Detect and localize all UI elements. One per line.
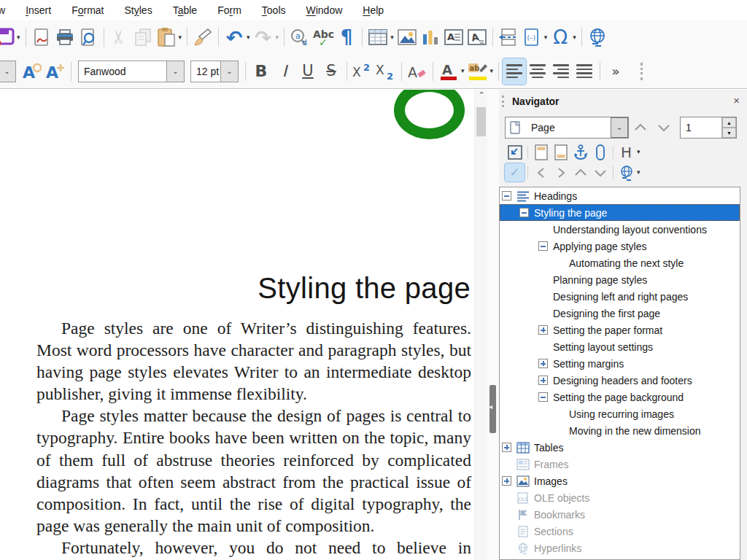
alignright-icon[interactable] (549, 58, 573, 85)
toolbar-grip-icon[interactable] (627, 58, 651, 85)
menu-table[interactable]: Table (163, 1, 207, 20)
font-size-select[interactable]: 12 pt⌄ (190, 61, 239, 82)
redo-dropdown-icon[interactable]: ▾ (276, 34, 279, 41)
clone-icon[interactable] (191, 24, 214, 50)
paste-icon[interactable] (155, 24, 178, 50)
dragglobe-icon[interactable] (616, 163, 636, 182)
field-icon[interactable]: (–) (520, 24, 543, 50)
splitter-handle[interactable] (489, 385, 496, 433)
header-icon[interactable] (531, 143, 551, 161)
print-icon[interactable] (53, 24, 77, 50)
globe-icon[interactable] (586, 24, 609, 50)
alignjustify-icon[interactable] (573, 58, 596, 85)
tree-item-designing-left-and-right-pages[interactable]: Designing left and right pages (500, 288, 740, 305)
tree-item-setting-layout-settings[interactable]: Setting layout settings (500, 338, 740, 355)
tree-item-applying-page-styles[interactable]: Applying page styles (500, 238, 740, 254)
tree-item-partial[interactable] (500, 556, 740, 560)
master-icon[interactable] (505, 143, 525, 161)
field-dropdown-icon[interactable]: ▾ (544, 34, 548, 41)
strike-icon[interactable]: S (320, 58, 343, 85)
tree-item-hyperlinks[interactable]: Hyperlinks (500, 540, 740, 556)
copy-icon[interactable] (131, 24, 155, 50)
menu-window[interactable]: Window (296, 1, 353, 20)
table-dropdown-icon[interactable]: ▾ (390, 34, 394, 41)
spell-icon[interactable]: Abc✓ (311, 24, 335, 50)
chevright-icon[interactable] (551, 163, 570, 182)
redo-icon[interactable]: ↷ (252, 24, 275, 50)
hlevel-dropdown-icon[interactable]: ▾ (637, 149, 640, 155)
footer-icon[interactable] (551, 143, 570, 161)
document-canvas[interactable]: Styling the page Page styles are one of … (0, 90, 474, 560)
sub-icon[interactable]: X2 (374, 58, 398, 85)
tree-item-frames[interactable]: Frames (500, 456, 740, 472)
clear-icon[interactable]: A (406, 58, 429, 85)
menu-help[interactable]: Help (352, 1, 394, 20)
reminder-icon[interactable] (590, 143, 610, 161)
page-number-spinner[interactable]: 1 ▲ ▼ (680, 117, 737, 139)
undo-dropdown-icon[interactable]: ▾ (247, 34, 250, 41)
document-scrollbar[interactable]: ⌃ (474, 90, 487, 560)
expand-icon[interactable] (538, 376, 548, 385)
pagebreak-icon[interactable] (497, 24, 520, 50)
scroll-up-icon[interactable]: ⌃ (475, 91, 488, 103)
sup-icon[interactable]: X2 (351, 58, 374, 85)
paste-dropdown-icon[interactable]: ▾ (179, 34, 182, 41)
tree-item-ole-objects[interactable]: OLEOLE objects (500, 489, 740, 506)
next-page-button[interactable] (652, 117, 676, 139)
collapse-icon[interactable] (519, 208, 529, 217)
hlevel-icon[interactable]: H (616, 143, 636, 161)
draw-icon[interactable]: A (465, 24, 489, 50)
anchor-icon[interactable] (570, 143, 590, 161)
tree-item-headings[interactable]: Headings (500, 187, 740, 204)
tree-item-sections[interactable]: Sections (500, 523, 740, 540)
tree-item-styling-the-page[interactable]: Styling the page (500, 204, 740, 221)
check-icon[interactable]: ✓ (505, 163, 525, 182)
italic-icon[interactable]: I (273, 58, 296, 85)
omega-icon[interactable]: Ω (549, 24, 572, 50)
spin-up-icon[interactable]: ▲ (722, 117, 736, 128)
menu-styles[interactable]: Styles (115, 1, 163, 20)
paragraph-style-select[interactable]: ⌄ (0, 61, 16, 82)
chart-icon[interactable] (419, 24, 442, 50)
tree-item-setting-the-page-background[interactable]: Setting the page background (500, 389, 740, 405)
navigate-by-select[interactable]: Page ⌄ (505, 117, 629, 139)
toolbar-overflow-button[interactable]: » (604, 58, 627, 85)
tree-item-setting-margins[interactable]: Setting margins (500, 355, 740, 372)
tree-item-automating-the-next-style[interactable]: Automating the next style (500, 254, 740, 271)
spin-down-icon[interactable]: ▼ (722, 128, 736, 138)
menu-w[interactable]: w (0, 1, 15, 20)
tree-item-images[interactable]: Images (500, 472, 740, 489)
expand-icon[interactable] (538, 359, 548, 368)
undo-icon[interactable]: ↶ (222, 24, 246, 50)
underline-icon[interactable]: U (296, 58, 320, 85)
highlight-icon[interactable]: ab (466, 58, 489, 85)
pdf-icon[interactable] (30, 24, 53, 50)
tree-item-tables[interactable]: Tables (500, 439, 740, 456)
close-icon[interactable]: × (733, 94, 740, 106)
fontcolor-dropdown-icon[interactable]: ▾ (461, 68, 465, 74)
collapse-icon[interactable] (502, 191, 511, 201)
aligncenter-icon[interactable] (526, 58, 549, 85)
tree-item-designing-headers-and-footers[interactable]: Designing headers and footers (500, 372, 740, 389)
menu-format[interactable]: Format (61, 1, 114, 20)
tree-item-moving-in-the-new-dimension[interactable]: Moving in the new dimension (500, 422, 740, 439)
scrollbar-thumb[interactable] (476, 107, 486, 136)
chevdown2-icon[interactable] (590, 163, 610, 182)
cut-icon[interactable]: ✂ (108, 24, 131, 50)
stylenew-icon[interactable]: A (44, 58, 67, 85)
expand-icon[interactable] (502, 476, 511, 486)
image-icon[interactable] (395, 24, 419, 50)
find-icon[interactable]: ad (288, 24, 311, 50)
menu-tools[interactable]: Tools (252, 1, 296, 20)
collapse-icon[interactable] (538, 241, 548, 251)
table-icon[interactable] (366, 24, 390, 50)
menu-insert[interactable]: Insert (15, 1, 61, 20)
previous-page-button[interactable] (629, 117, 652, 139)
textbox-icon[interactable]: A (442, 24, 465, 50)
omega-dropdown-icon[interactable]: ▾ (573, 34, 576, 41)
expand-icon[interactable] (538, 325, 548, 335)
tree-item-bookmarks[interactable]: Bookmarks (500, 506, 740, 523)
font-name-select[interactable]: Fanwood⌄ (78, 61, 185, 82)
tree-item-setting-the-paper-format[interactable]: Setting the paper format (500, 322, 740, 338)
bold-icon[interactable]: B (249, 58, 273, 85)
